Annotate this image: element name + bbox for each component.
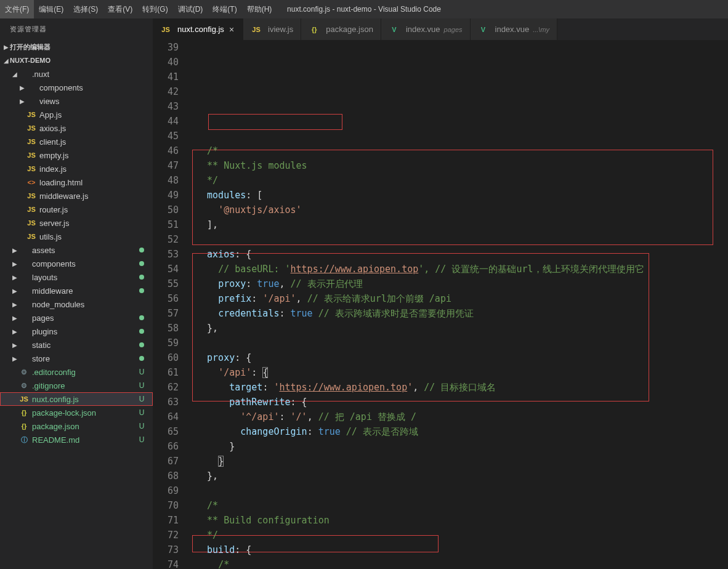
folder-icon — [18, 69, 30, 79]
tree-item-assets[interactable]: ▶assets — [0, 243, 153, 257]
code-line-52[interactable]: }, — [191, 321, 728, 336]
code-line-67[interactable]: build: { — [191, 543, 728, 557]
tree-item-label: utils.js — [39, 232, 147, 241]
code-line-45[interactable]: ], — [191, 217, 728, 232]
js-icon: JS — [26, 110, 37, 119]
git-status-badge: U — [137, 408, 147, 417]
js-icon: JS — [26, 150, 37, 160]
menu-debug[interactable]: 调试(D) — [173, 0, 208, 18]
tree-item-components[interactable]: ▶components — [0, 257, 153, 270]
editor-tab-index-vue[interactable]: Vindex.vuepages — [381, 18, 471, 40]
git-status-badge: U — [137, 395, 147, 403]
tree-item--gitignore[interactable]: ⚙.gitignoreU — [0, 379, 153, 392]
tree-item-components[interactable]: ▶components — [0, 81, 153, 94]
code-line-60[interactable]: } — [191, 439, 728, 454]
code-line-68[interactable]: /* — [191, 557, 728, 569]
tree-item-nuxt-config-js[interactable]: JSnuxt.config.jsU — [0, 392, 153, 406]
tree-item-label: views — [39, 97, 147, 106]
code-line-57[interactable]: pathRewrite: { — [191, 395, 728, 410]
code-line-39[interactable] — [191, 129, 728, 143]
tree-item-loading-html[interactable]: <>loading.html — [0, 176, 153, 189]
tab-label: index.vue — [495, 25, 530, 34]
tree-item-label: router.js — [39, 205, 147, 214]
code-line-49[interactable]: proxy: true, // 表示开启代理 — [191, 276, 728, 291]
code-content[interactable]: /* ** Nuxt.js modules */ modules: [ '@nu… — [191, 40, 728, 569]
code-line-58[interactable]: '^/api': '/', // 把 /api 替换成 / — [191, 410, 728, 424]
folder-icon — [18, 313, 30, 323]
code-line-54[interactable]: proxy: { — [191, 350, 728, 365]
editor-tab-nuxt-config-js[interactable]: JSnuxt.config.js× — [153, 18, 243, 40]
tab-label: package.json — [326, 25, 373, 34]
tree-item-middleware[interactable]: ▶middleware — [0, 284, 153, 297]
tree-item-package-lock-json[interactable]: {}package-lock.jsonU — [0, 406, 153, 419]
code-line-61[interactable]: } — [191, 454, 728, 469]
code-line-44[interactable]: '@nuxtjs/axios' — [191, 203, 728, 217]
code-line-40[interactable]: /* — [191, 143, 728, 158]
folder-icon — [26, 83, 37, 92]
tree-item-views[interactable]: ▶views — [0, 94, 153, 108]
code-line-65[interactable]: ** Build configuration — [191, 513, 728, 528]
code-line-56[interactable]: target: 'https://www.apiopen.top', // 目标… — [191, 380, 728, 395]
tree-item-plugins[interactable]: ▶plugins — [0, 325, 153, 338]
code-line-43[interactable]: modules: [ — [191, 188, 728, 203]
code-line-51[interactable]: credentials: true // 表示跨域请求时是否需要使用凭证 — [191, 306, 728, 321]
menu-terminal[interactable]: 终端(T) — [208, 0, 241, 18]
tree-item-label: README.md — [32, 435, 137, 445]
tree-item--nuxt[interactable]: ◢.nuxt — [0, 67, 153, 81]
tree-item-empty-js[interactable]: JSempty.js — [0, 148, 153, 162]
code-line-59[interactable]: changeOrigin: true // 表示是否跨域 — [191, 424, 728, 439]
menu-edit[interactable]: 编辑(E) — [34, 0, 68, 18]
tree-item-middleware-js[interactable]: JSmiddleware.js — [0, 189, 153, 203]
chevron-right-icon: ▶ — [11, 342, 18, 349]
code-line-66[interactable]: */ — [191, 528, 728, 543]
code-line-41[interactable]: ** Nuxt.js modules — [191, 158, 728, 173]
code-line-46[interactable] — [191, 232, 728, 247]
chevron-right-icon: ▶ — [11, 301, 18, 308]
code-line-53[interactable] — [191, 336, 728, 350]
tree-item-layouts[interactable]: ▶layouts — [0, 270, 153, 284]
tree-item-package-json[interactable]: {}package.jsonU — [0, 419, 153, 433]
code-line-42[interactable]: */ — [191, 173, 728, 188]
code-line-63[interactable] — [191, 483, 728, 498]
code-editor[interactable]: 3940414243444546474849505152535455565758… — [153, 40, 728, 569]
menu-select[interactable]: 选择(S) — [68, 0, 103, 18]
js-icon: JS — [160, 25, 171, 34]
tree-item-static[interactable]: ▶static — [0, 338, 153, 352]
js-icon: JS — [26, 218, 37, 228]
section-project[interactable]: ◢ NUXT-DEMO — [0, 54, 153, 67]
tab-description: ...\my — [533, 26, 549, 33]
tree-item-router-js[interactable]: JSrouter.js — [0, 203, 153, 216]
modified-dot-icon — [139, 261, 144, 266]
menu-file[interactable]: 文件(F) — [0, 0, 34, 18]
tree-item-utils-js[interactable]: JSutils.js — [0, 230, 153, 243]
tree-item-client-js[interactable]: JSclient.js — [0, 135, 153, 148]
tree-item-README-md[interactable]: ⓘREADME.mdU — [0, 433, 153, 446]
tree-item-store[interactable]: ▶store — [0, 352, 153, 365]
code-line-50[interactable]: prefix: '/api', // 表示给请求url加个前缀 /api — [191, 291, 728, 306]
menu-view[interactable]: 查看(V) — [103, 0, 137, 18]
tree-item-server-js[interactable]: JSserver.js — [0, 216, 153, 230]
code-line-48[interactable]: // baseURL: 'https://www.apiopen.top', /… — [191, 262, 728, 276]
highlight-box-1 — [208, 114, 342, 130]
tree-item-App-js[interactable]: JSApp.js — [0, 108, 153, 121]
code-line-55[interactable]: '/api': { — [191, 365, 728, 380]
menu-help[interactable]: 帮助(H) — [242, 0, 277, 18]
json-icon: {} — [18, 408, 30, 418]
code-line-47[interactable]: axios: { — [191, 247, 728, 262]
chevron-right-icon: ▶ — [11, 260, 18, 267]
tree-item--editorconfig[interactable]: ⚙.editorconfigU — [0, 365, 153, 379]
editor-tab-index-vue[interactable]: Vindex.vue...\my — [471, 18, 558, 40]
code-line-64[interactable]: /* — [191, 498, 728, 513]
editor-tab-package-json[interactable]: {}package.json — [301, 18, 381, 40]
tree-item-pages[interactable]: ▶pages — [0, 311, 153, 325]
section-open-editors[interactable]: ▶ 打开的编辑器 — [0, 40, 153, 54]
code-line-62[interactable]: }, — [191, 469, 728, 483]
tree-item-axios-js[interactable]: JSaxios.js — [0, 121, 153, 135]
tree-item-index-js[interactable]: JSindex.js — [0, 162, 153, 176]
folder-icon — [18, 340, 30, 350]
close-icon[interactable]: × — [228, 25, 235, 34]
tree-item-node_modules[interactable]: ▶node_modules — [0, 297, 153, 311]
js-icon: JS — [26, 164, 37, 174]
menu-goto[interactable]: 转到(G) — [137, 0, 172, 18]
editor-tab-iview-js[interactable]: JSiview.js — [243, 18, 301, 40]
